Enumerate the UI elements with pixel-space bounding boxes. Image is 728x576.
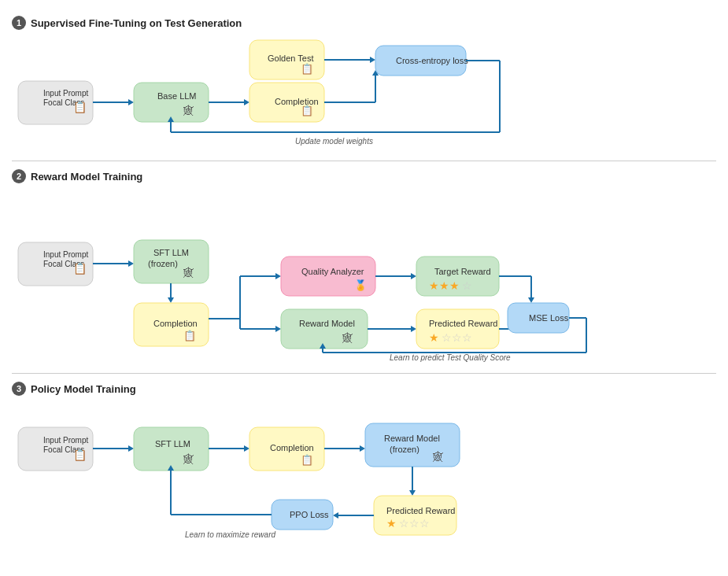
- s2-arrowhead5: [411, 273, 416, 279]
- s2-input-icon: 📋: [73, 262, 87, 275]
- s1-arrowhead2: [244, 99, 249, 105]
- s3-sft-llm-text: SFT LLM: [155, 439, 190, 449]
- section-2-header: 2 Reward Model Training: [12, 169, 716, 183]
- s3-input-text1: Input Prompt: [43, 436, 88, 445]
- s2-input-text1: Input Prompt: [43, 250, 88, 259]
- s3-learn-label: Learn to maximize reward: [185, 530, 275, 539]
- s2-arrowhead6: [411, 326, 416, 332]
- s2-arrowhead1: [128, 260, 134, 267]
- s1-completion-icon: 📋: [301, 104, 314, 117]
- s3-reward-model-frozen-text2: (frozen): [390, 445, 419, 454]
- s3-pred-stars1: ★: [386, 517, 397, 530]
- section-3-header: 3 Policy Model Training: [12, 382, 716, 396]
- section-3-title: Policy Model Training: [31, 383, 136, 395]
- s3-predicted-reward-text: Predicted Reward: [386, 506, 455, 515]
- s3-reward-model-frozen-icon: 🕸: [433, 451, 443, 463]
- section-3-content: Input Prompt Focal Class 📋 SFT LLM 🕸 Com…: [12, 404, 716, 552]
- s2-learn-label: Learn to predict Test Quality Score: [390, 353, 511, 362]
- section-3-number: 3: [12, 382, 26, 396]
- s1-update-label: Update model weights: [295, 137, 373, 146]
- s3-pred-stars2: ☆☆☆: [399, 517, 430, 530]
- s1-base-llm-icon: 🕸: [183, 105, 194, 116]
- s2-pred-stars2: ☆☆☆: [442, 331, 472, 344]
- diagram-container: 1 Supervised Fine-Tuning on Test Generat…: [0, 0, 728, 566]
- s2-sft-llm-text1: SFT LLM: [153, 248, 189, 257]
- s2-arrowhead2: [168, 297, 174, 303]
- s1-base-llm-bg: [134, 83, 209, 122]
- section-2-svg: Input Prompt Focal Class 📋 SFT LLM (froz…: [12, 191, 704, 364]
- s2-arrowhead4: [275, 326, 281, 332]
- s2-target-stars2: ☆: [462, 279, 472, 292]
- s2-quality-text: Quality Analyzer: [301, 267, 364, 276]
- section-2: 2 Reward Model Training Input Prompt Foc…: [12, 161, 716, 374]
- s2-reward-model-bg: [281, 309, 368, 349]
- s2-reward-model-icon: 🕸: [342, 332, 353, 344]
- s1-arrowhead3: [370, 57, 375, 63]
- s3-arrowhead2: [244, 445, 249, 452]
- s1-golden-test-icon: 📋: [301, 62, 314, 76]
- s2-predicted-reward-text: Predicted Reward: [429, 319, 497, 328]
- section-1-content: Input Prompt Focal Class 📋 Base LLM 🕸 Co…: [12, 38, 716, 154]
- s2-target-stars1: ★★★: [429, 279, 460, 292]
- s2-target-reward-text: Target Reward: [434, 267, 491, 276]
- s2-completion-icon: 📋: [183, 329, 197, 342]
- section-1: 1 Supervised Fine-Tuning on Test Generat…: [12, 8, 716, 161]
- s2-arrowhead7: [528, 297, 534, 303]
- s1-input-text1: Input Prompt: [43, 89, 88, 98]
- s1-input-icon: 📋: [73, 101, 87, 114]
- s3-arrowhead4: [409, 490, 416, 496]
- s3-input-icon: 📋: [73, 449, 87, 462]
- s2-arrowhead3: [275, 273, 281, 279]
- s3-sft-llm-icon: 🕸: [183, 453, 194, 465]
- s1-base-llm-text1: Base LLM: [157, 91, 197, 101]
- s2-sft-llm-icon: 🕸: [183, 267, 194, 279]
- section-1-title: Supervised Fine-Tuning on Test Generatio…: [31, 17, 242, 29]
- section-1-arrows: Input Prompt Focal Class 📋 Base LLM 🕸 Co…: [12, 38, 704, 152]
- s1-arrowhead1: [128, 99, 134, 105]
- section-3: 3 Policy Model Training Input Prompt Foc…: [12, 374, 716, 558]
- section-2-content: Input Prompt Focal Class 📋 SFT LLM (froz…: [12, 191, 716, 367]
- s1-cross-entropy-text: Cross-entropy loss: [396, 56, 468, 65]
- s2-completion-text: Completion: [153, 319, 198, 328]
- s3-completion-text: Completion: [270, 443, 314, 452]
- section-2-number: 2: [12, 169, 26, 183]
- s2-sft-llm-text2: (frozen): [148, 259, 178, 268]
- s3-arrowhead1: [128, 445, 134, 452]
- s3-arrowhead3: [360, 445, 365, 452]
- section-1-number: 1: [12, 16, 26, 30]
- section-1-header: 1 Supervised Fine-Tuning on Test Generat…: [12, 16, 716, 30]
- s2-pred-stars1: ★: [429, 331, 439, 344]
- s1-golden-test-text: Golden Test: [268, 54, 314, 63]
- s3-arrowhead5: [333, 512, 338, 519]
- s2-quality-icon: 🏅: [354, 279, 368, 292]
- s3-reward-model-frozen-text1: Reward Model: [384, 434, 440, 443]
- s2-reward-model-text: Reward Model: [299, 319, 355, 328]
- s3-sft-llm-bg: [134, 427, 209, 471]
- s3-completion-icon: 📋: [301, 453, 314, 467]
- s3-ppo-text: PPO Loss: [290, 510, 329, 519]
- s2-mse-text: MSE Loss: [529, 313, 569, 323]
- section-3-svg: Input Prompt Focal Class 📋 SFT LLM 🕸 Com…: [12, 404, 704, 549]
- section-2-title: Reward Model Training: [31, 171, 142, 183]
